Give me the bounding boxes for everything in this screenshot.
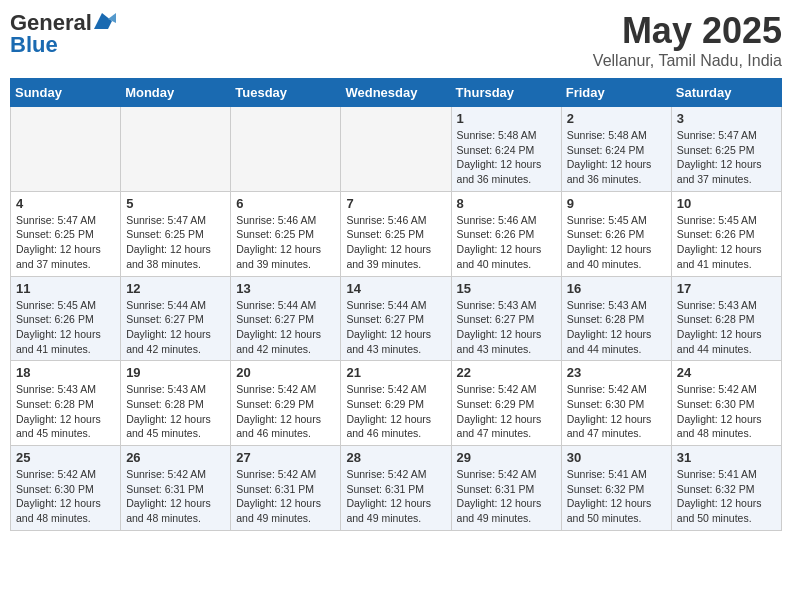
day-info: Sunrise: 5:48 AM Sunset: 6:24 PM Dayligh… [457,128,556,187]
calendar-cell: 6Sunrise: 5:46 AM Sunset: 6:25 PM Daylig… [231,191,341,276]
day-number: 7 [346,196,445,211]
calendar-week-row: 18Sunrise: 5:43 AM Sunset: 6:28 PM Dayli… [11,361,782,446]
calendar-cell: 28Sunrise: 5:42 AM Sunset: 6:31 PM Dayli… [341,446,451,531]
calendar-cell: 27Sunrise: 5:42 AM Sunset: 6:31 PM Dayli… [231,446,341,531]
day-info: Sunrise: 5:42 AM Sunset: 6:31 PM Dayligh… [346,467,445,526]
weekday-header-monday: Monday [121,79,231,107]
location-title: Vellanur, Tamil Nadu, India [593,52,782,70]
calendar-table: SundayMondayTuesdayWednesdayThursdayFrid… [10,78,782,531]
day-number: 31 [677,450,776,465]
day-info: Sunrise: 5:44 AM Sunset: 6:27 PM Dayligh… [346,298,445,357]
calendar-cell: 26Sunrise: 5:42 AM Sunset: 6:31 PM Dayli… [121,446,231,531]
svg-marker-0 [94,13,112,29]
calendar-cell [11,107,121,192]
day-number: 14 [346,281,445,296]
page-header: General Blue May 2025 Vellanur, Tamil Na… [10,10,782,70]
day-info: Sunrise: 5:42 AM Sunset: 6:30 PM Dayligh… [677,382,776,441]
day-info: Sunrise: 5:46 AM Sunset: 6:25 PM Dayligh… [236,213,335,272]
calendar-cell: 1Sunrise: 5:48 AM Sunset: 6:24 PM Daylig… [451,107,561,192]
day-number: 22 [457,365,556,380]
day-number: 26 [126,450,225,465]
day-info: Sunrise: 5:42 AM Sunset: 6:29 PM Dayligh… [457,382,556,441]
day-info: Sunrise: 5:42 AM Sunset: 6:30 PM Dayligh… [567,382,666,441]
day-number: 17 [677,281,776,296]
day-number: 1 [457,111,556,126]
calendar-cell: 17Sunrise: 5:43 AM Sunset: 6:28 PM Dayli… [671,276,781,361]
day-number: 20 [236,365,335,380]
calendar-cell: 12Sunrise: 5:44 AM Sunset: 6:27 PM Dayli… [121,276,231,361]
day-info: Sunrise: 5:44 AM Sunset: 6:27 PM Dayligh… [126,298,225,357]
day-number: 21 [346,365,445,380]
day-info: Sunrise: 5:46 AM Sunset: 6:25 PM Dayligh… [346,213,445,272]
day-info: Sunrise: 5:42 AM Sunset: 6:29 PM Dayligh… [236,382,335,441]
day-number: 11 [16,281,115,296]
calendar-cell: 3Sunrise: 5:47 AM Sunset: 6:25 PM Daylig… [671,107,781,192]
calendar-week-row: 4Sunrise: 5:47 AM Sunset: 6:25 PM Daylig… [11,191,782,276]
day-info: Sunrise: 5:43 AM Sunset: 6:28 PM Dayligh… [16,382,115,441]
day-number: 15 [457,281,556,296]
day-number: 23 [567,365,666,380]
day-info: Sunrise: 5:43 AM Sunset: 6:28 PM Dayligh… [567,298,666,357]
day-number: 28 [346,450,445,465]
calendar-cell: 13Sunrise: 5:44 AM Sunset: 6:27 PM Dayli… [231,276,341,361]
day-info: Sunrise: 5:44 AM Sunset: 6:27 PM Dayligh… [236,298,335,357]
day-number: 13 [236,281,335,296]
calendar-cell: 11Sunrise: 5:45 AM Sunset: 6:26 PM Dayli… [11,276,121,361]
day-number: 27 [236,450,335,465]
calendar-cell: 25Sunrise: 5:42 AM Sunset: 6:30 PM Dayli… [11,446,121,531]
calendar-week-row: 25Sunrise: 5:42 AM Sunset: 6:30 PM Dayli… [11,446,782,531]
logo: General Blue [10,10,116,58]
calendar-cell: 22Sunrise: 5:42 AM Sunset: 6:29 PM Dayli… [451,361,561,446]
day-info: Sunrise: 5:43 AM Sunset: 6:27 PM Dayligh… [457,298,556,357]
weekday-header-sunday: Sunday [11,79,121,107]
day-info: Sunrise: 5:45 AM Sunset: 6:26 PM Dayligh… [16,298,115,357]
calendar-cell: 9Sunrise: 5:45 AM Sunset: 6:26 PM Daylig… [561,191,671,276]
day-number: 30 [567,450,666,465]
calendar-cell: 5Sunrise: 5:47 AM Sunset: 6:25 PM Daylig… [121,191,231,276]
calendar-cell: 20Sunrise: 5:42 AM Sunset: 6:29 PM Dayli… [231,361,341,446]
calendar-cell: 21Sunrise: 5:42 AM Sunset: 6:29 PM Dayli… [341,361,451,446]
day-info: Sunrise: 5:47 AM Sunset: 6:25 PM Dayligh… [16,213,115,272]
day-number: 18 [16,365,115,380]
day-number: 24 [677,365,776,380]
calendar-cell [341,107,451,192]
calendar-cell: 8Sunrise: 5:46 AM Sunset: 6:26 PM Daylig… [451,191,561,276]
calendar-cell: 24Sunrise: 5:42 AM Sunset: 6:30 PM Dayli… [671,361,781,446]
calendar-cell: 29Sunrise: 5:42 AM Sunset: 6:31 PM Dayli… [451,446,561,531]
month-title: May 2025 [593,10,782,52]
day-info: Sunrise: 5:43 AM Sunset: 6:28 PM Dayligh… [677,298,776,357]
calendar-cell: 7Sunrise: 5:46 AM Sunset: 6:25 PM Daylig… [341,191,451,276]
calendar-cell [121,107,231,192]
day-info: Sunrise: 5:42 AM Sunset: 6:31 PM Dayligh… [457,467,556,526]
calendar-header-row: SundayMondayTuesdayWednesdayThursdayFrid… [11,79,782,107]
title-section: May 2025 Vellanur, Tamil Nadu, India [593,10,782,70]
day-info: Sunrise: 5:47 AM Sunset: 6:25 PM Dayligh… [677,128,776,187]
calendar-cell: 23Sunrise: 5:42 AM Sunset: 6:30 PM Dayli… [561,361,671,446]
day-number: 2 [567,111,666,126]
weekday-header-tuesday: Tuesday [231,79,341,107]
day-info: Sunrise: 5:41 AM Sunset: 6:32 PM Dayligh… [677,467,776,526]
day-number: 5 [126,196,225,211]
calendar-cell: 31Sunrise: 5:41 AM Sunset: 6:32 PM Dayli… [671,446,781,531]
day-number: 3 [677,111,776,126]
calendar-cell: 10Sunrise: 5:45 AM Sunset: 6:26 PM Dayli… [671,191,781,276]
day-info: Sunrise: 5:45 AM Sunset: 6:26 PM Dayligh… [567,213,666,272]
calendar-week-row: 11Sunrise: 5:45 AM Sunset: 6:26 PM Dayli… [11,276,782,361]
day-number: 8 [457,196,556,211]
calendar-cell: 14Sunrise: 5:44 AM Sunset: 6:27 PM Dayli… [341,276,451,361]
day-info: Sunrise: 5:41 AM Sunset: 6:32 PM Dayligh… [567,467,666,526]
logo-bird-icon [94,13,116,29]
day-info: Sunrise: 5:42 AM Sunset: 6:31 PM Dayligh… [236,467,335,526]
day-number: 25 [16,450,115,465]
day-number: 29 [457,450,556,465]
weekday-header-thursday: Thursday [451,79,561,107]
calendar-cell [231,107,341,192]
calendar-cell: 2Sunrise: 5:48 AM Sunset: 6:24 PM Daylig… [561,107,671,192]
calendar-cell: 4Sunrise: 5:47 AM Sunset: 6:25 PM Daylig… [11,191,121,276]
calendar-cell: 16Sunrise: 5:43 AM Sunset: 6:28 PM Dayli… [561,276,671,361]
calendar-cell: 19Sunrise: 5:43 AM Sunset: 6:28 PM Dayli… [121,361,231,446]
day-number: 12 [126,281,225,296]
day-number: 16 [567,281,666,296]
day-info: Sunrise: 5:42 AM Sunset: 6:30 PM Dayligh… [16,467,115,526]
weekday-header-saturday: Saturday [671,79,781,107]
